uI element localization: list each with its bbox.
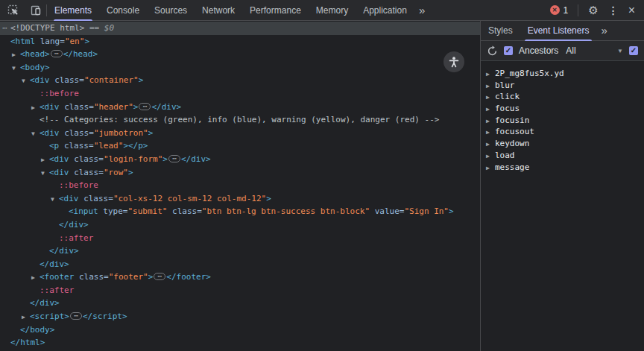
disclosure-arrow-icon[interactable]: ▼ bbox=[12, 62, 20, 75]
tab-network[interactable]: Network bbox=[195, 0, 242, 21]
close-icon[interactable]: × bbox=[628, 4, 635, 16]
dom-tree-row[interactable]: <!-- Categories: success (green), info (… bbox=[0, 113, 480, 127]
dom-tree-row[interactable]: ::after bbox=[0, 232, 480, 245]
dom-tree-row[interactable]: ::before bbox=[0, 87, 480, 101]
tab-memory[interactable]: Memory bbox=[309, 0, 356, 21]
disclosure-arrow-icon[interactable]: ▼ bbox=[31, 127, 40, 141]
tab-sources[interactable]: Sources bbox=[147, 0, 195, 21]
dom-tree-row[interactable]: </div> bbox=[0, 297, 480, 310]
tab-event-listeners[interactable]: Event Listeners bbox=[520, 21, 597, 41]
ellipsis-expand-icon[interactable]: ⋯ bbox=[70, 312, 82, 320]
code-segment: ::after bbox=[59, 233, 93, 243]
event-listener-item[interactable]: ▶2P_mg8fus5x.yd bbox=[486, 68, 644, 80]
dom-tree-row[interactable]: ▼<div class="col-xs-12 col-sm-12 col-md-… bbox=[0, 192, 480, 206]
tab-console[interactable]: Console bbox=[99, 0, 147, 21]
disclosure-arrow-icon[interactable]: ▶ bbox=[486, 116, 495, 127]
dom-tree-row[interactable]: </body> bbox=[0, 323, 480, 337]
ancestors-checkbox[interactable]: ✓ bbox=[504, 46, 513, 55]
disclosure-arrow-icon[interactable]: ▼ bbox=[51, 193, 59, 206]
kebab-menu-icon[interactable]: ⋮ bbox=[608, 5, 619, 16]
disclosure-arrow-icon[interactable]: ▼ bbox=[22, 75, 30, 88]
settings-gear-icon[interactable]: ⚙ bbox=[588, 4, 598, 16]
chevron-down-icon: ▼ bbox=[617, 48, 623, 54]
dom-tree-row[interactable]: </div> bbox=[0, 244, 480, 258]
disclosure-arrow-icon[interactable]: ▶ bbox=[486, 104, 495, 116]
dom-tree-row[interactable]: </div> bbox=[0, 218, 480, 232]
ellipsis-expand-icon[interactable]: ⋯ bbox=[168, 155, 180, 162]
dom-tree-row[interactable]: ▶<footer class="footer">⋯</footer> bbox=[0, 271, 480, 284]
dom-tree-row[interactable]: ▼<div class="jumbotron"> bbox=[0, 127, 480, 140]
code-segment: <script> bbox=[30, 312, 69, 321]
dom-tree-row[interactable]: ▶<div class="header">⋯</div> bbox=[0, 101, 480, 114]
ellipsis-expand-icon[interactable]: ⋯ bbox=[154, 273, 165, 280]
dom-tree-row[interactable]: ::before bbox=[0, 179, 480, 192]
dom-tree-row[interactable]: <p class="lead"></p> bbox=[0, 139, 480, 153]
refresh-icon[interactable] bbox=[487, 45, 498, 57]
more-tabs-icon[interactable]: » bbox=[414, 0, 429, 21]
disclosure-arrow-icon[interactable]: ▶ bbox=[486, 162, 495, 174]
disclosure-arrow-icon[interactable]: ▶ bbox=[12, 48, 20, 62]
disclosure-arrow-icon[interactable]: ▶ bbox=[486, 92, 495, 104]
console-error-badge[interactable]: ✕ 1 bbox=[550, 5, 569, 16]
event-listener-name: load bbox=[495, 151, 515, 160]
disclosure-arrow-icon[interactable]: ▶ bbox=[41, 154, 49, 167]
disclosure-arrow-icon[interactable]: ▶ bbox=[22, 311, 30, 324]
event-listener-item[interactable]: ▶load bbox=[486, 150, 644, 162]
dom-tree-row[interactable]: ▼<div class="row"> bbox=[0, 166, 480, 180]
tab-application[interactable]: Application bbox=[356, 0, 414, 21]
listener-filter-value: All bbox=[566, 45, 575, 56]
disclosure-arrow-icon[interactable]: ▶ bbox=[486, 139, 495, 151]
code-segment: type= bbox=[103, 206, 127, 216]
disclosure-arrow-icon[interactable]: ▶ bbox=[486, 127, 495, 139]
code-segment: <body> bbox=[20, 63, 50, 72]
tab-styles[interactable]: Styles bbox=[481, 21, 520, 41]
disclosure-arrow-icon[interactable]: ▶ bbox=[486, 151, 495, 162]
event-listener-item[interactable]: ▶blur bbox=[486, 80, 644, 92]
disclosure-arrow-icon[interactable]: ▶ bbox=[31, 271, 40, 285]
node-overflow-dots-icon[interactable]: ⋯ bbox=[2, 22, 7, 35]
toolbar-separator bbox=[578, 4, 578, 16]
code-segment bbox=[370, 206, 375, 216]
code-segment: > bbox=[84, 37, 89, 46]
disclosure-arrow-icon[interactable]: ▶ bbox=[486, 69, 495, 80]
code-segment: class= bbox=[64, 128, 94, 138]
dom-tree-row[interactable]: ▼<div class="container"> bbox=[0, 74, 480, 87]
code-segment: </div> bbox=[181, 154, 211, 164]
devtools-tabs: ElementsConsoleSourcesNetworkPerformance… bbox=[47, 0, 414, 21]
event-listener-item[interactable]: ▶focusout bbox=[486, 126, 644, 138]
code-segment: class= bbox=[54, 75, 84, 85]
disclosure-arrow-icon[interactable]: ▼ bbox=[41, 167, 49, 180]
dom-tree-row[interactable]: <input type="submit" class="btn btn-lg b… bbox=[0, 205, 480, 218]
code-segment: "login-form" bbox=[104, 154, 162, 164]
dom-tree-row[interactable]: <html lang="en"> bbox=[0, 35, 480, 48]
dom-tree-row[interactable]: </div> bbox=[0, 258, 480, 271]
event-listener-item[interactable]: ▶keydown bbox=[486, 138, 644, 150]
dom-tree-row[interactable]: ▼<body> bbox=[0, 61, 480, 75]
event-listener-item[interactable]: ▶click bbox=[486, 91, 644, 103]
dom-tree-row[interactable]: ::after bbox=[0, 284, 480, 297]
event-listener-item[interactable]: ▶focus bbox=[486, 103, 644, 115]
dom-tree-row[interactable]: ⋯<!DOCTYPE html> == $0 bbox=[0, 22, 480, 35]
disclosure-arrow-icon[interactable]: ▶ bbox=[31, 101, 40, 115]
device-toolbar-icon[interactable] bbox=[30, 4, 42, 16]
ellipsis-expand-icon[interactable]: ⋯ bbox=[51, 50, 63, 57]
dom-tree-row[interactable]: </html> bbox=[0, 336, 480, 350]
code-segment: </div> bbox=[49, 246, 79, 256]
code-segment: class= bbox=[64, 141, 94, 151]
ellipsis-expand-icon[interactable]: ⋯ bbox=[139, 103, 151, 110]
code-segment: class= bbox=[74, 154, 104, 164]
event-listener-item[interactable]: ▶focusin bbox=[486, 115, 644, 127]
framework-listeners-checkbox[interactable]: ✓ bbox=[629, 46, 638, 55]
inspect-element-icon[interactable] bbox=[7, 4, 19, 16]
tab-elements[interactable]: Elements bbox=[47, 0, 99, 21]
dom-tree-row[interactable]: ▶<div class="login-form">⋯</div> bbox=[0, 153, 480, 166]
dom-tree-row[interactable]: ▶<head>⋯</head> bbox=[0, 48, 480, 61]
dom-tree-row[interactable]: ▶<script>⋯</script> bbox=[0, 310, 480, 323]
toolbar-right-icons: ✕ 1 ⚙ ⋮ × bbox=[550, 4, 644, 16]
code-segment: </div> bbox=[59, 220, 89, 230]
more-sidebar-tabs-icon[interactable]: » bbox=[596, 20, 611, 41]
event-listener-item[interactable]: ▶message bbox=[486, 162, 644, 174]
disclosure-arrow-icon[interactable]: ▶ bbox=[486, 80, 495, 92]
listener-filter-dropdown[interactable]: All ▼ bbox=[566, 45, 623, 56]
tab-performance[interactable]: Performance bbox=[242, 0, 309, 21]
